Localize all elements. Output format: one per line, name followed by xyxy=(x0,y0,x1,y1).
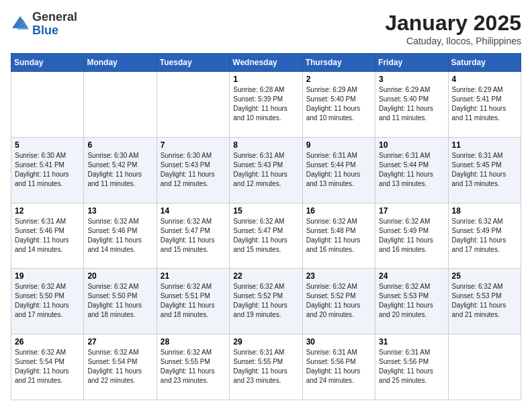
day-number: 14 xyxy=(161,206,226,216)
day-number: 3 xyxy=(379,75,444,84)
table-row: 23Sunrise: 6:32 AMSunset: 5:52 PMDayligh… xyxy=(302,269,375,334)
day-info: Sunrise: 6:29 AMSunset: 5:40 PMDaylight:… xyxy=(379,85,444,123)
logo: General Blue xyxy=(11,11,77,38)
day-number: 2 xyxy=(306,75,371,84)
table-row: 10Sunrise: 6:31 AMSunset: 5:44 PMDayligh… xyxy=(375,137,448,203)
day-number: 9 xyxy=(306,140,371,150)
table-row xyxy=(11,72,84,138)
day-info: Sunrise: 6:31 AMSunset: 5:55 PMDaylight:… xyxy=(233,348,298,385)
table-row xyxy=(448,334,521,400)
table-row: 19Sunrise: 6:32 AMSunset: 5:50 PMDayligh… xyxy=(11,269,84,334)
day-number: 20 xyxy=(87,271,152,281)
logo-text: General Blue xyxy=(32,11,77,38)
day-info: Sunrise: 6:32 AMSunset: 5:54 PMDaylight:… xyxy=(15,348,80,385)
col-monday: Monday xyxy=(84,54,157,72)
day-info: Sunrise: 6:30 AMSunset: 5:41 PMDaylight:… xyxy=(15,151,80,189)
day-number: 24 xyxy=(379,271,444,281)
day-info: Sunrise: 6:32 AMSunset: 5:52 PMDaylight:… xyxy=(306,282,371,320)
table-row: 5Sunrise: 6:30 AMSunset: 5:41 PMDaylight… xyxy=(11,137,84,203)
day-number: 11 xyxy=(452,140,517,150)
day-info: Sunrise: 6:32 AMSunset: 5:53 PMDaylight:… xyxy=(379,282,444,320)
day-info: Sunrise: 6:31 AMSunset: 5:43 PMDaylight:… xyxy=(233,151,298,189)
table-row: 22Sunrise: 6:32 AMSunset: 5:52 PMDayligh… xyxy=(230,269,302,334)
calendar-week-0: 1Sunrise: 6:28 AMSunset: 5:39 PMDaylight… xyxy=(11,72,521,138)
day-number: 27 xyxy=(87,337,152,347)
day-info: Sunrise: 6:32 AMSunset: 5:47 PMDaylight:… xyxy=(233,217,298,255)
page: General Blue January 2025 Catuday, Iloco… xyxy=(0,0,532,411)
day-info: Sunrise: 6:30 AMSunset: 5:43 PMDaylight:… xyxy=(161,151,226,189)
day-number: 30 xyxy=(306,337,371,347)
table-row: 9Sunrise: 6:31 AMSunset: 5:44 PMDaylight… xyxy=(302,137,375,203)
day-info: Sunrise: 6:32 AMSunset: 5:46 PMDaylight:… xyxy=(87,217,152,255)
day-info: Sunrise: 6:32 AMSunset: 5:55 PMDaylight:… xyxy=(161,348,226,385)
table-row: 27Sunrise: 6:32 AMSunset: 5:54 PMDayligh… xyxy=(84,334,157,400)
table-row: 29Sunrise: 6:31 AMSunset: 5:55 PMDayligh… xyxy=(230,334,302,400)
table-row: 16Sunrise: 6:32 AMSunset: 5:48 PMDayligh… xyxy=(302,203,375,269)
location-title: Catuday, Ilocos, Philippines xyxy=(385,36,521,46)
table-row: 1Sunrise: 6:28 AMSunset: 5:39 PMDaylight… xyxy=(230,72,302,138)
table-row: 25Sunrise: 6:32 AMSunset: 5:53 PMDayligh… xyxy=(448,269,521,334)
day-info: Sunrise: 6:29 AMSunset: 5:41 PMDaylight:… xyxy=(452,85,517,123)
table-row: 13Sunrise: 6:32 AMSunset: 5:46 PMDayligh… xyxy=(84,203,157,269)
day-info: Sunrise: 6:32 AMSunset: 5:54 PMDaylight:… xyxy=(87,348,152,385)
day-number: 6 xyxy=(87,140,152,150)
table-row: 4Sunrise: 6:29 AMSunset: 5:41 PMDaylight… xyxy=(448,72,521,138)
day-number: 29 xyxy=(233,337,298,347)
table-row: 24Sunrise: 6:32 AMSunset: 5:53 PMDayligh… xyxy=(375,269,448,334)
day-info: Sunrise: 6:31 AMSunset: 5:56 PMDaylight:… xyxy=(379,348,444,385)
table-row: 6Sunrise: 6:30 AMSunset: 5:42 PMDaylight… xyxy=(84,137,157,203)
day-info: Sunrise: 6:31 AMSunset: 5:44 PMDaylight:… xyxy=(379,151,444,189)
table-row xyxy=(157,72,229,138)
day-number: 10 xyxy=(379,140,444,150)
table-row: 26Sunrise: 6:32 AMSunset: 5:54 PMDayligh… xyxy=(11,334,84,400)
calendar-table: Sunday Monday Tuesday Wednesday Thursday… xyxy=(11,53,521,400)
logo-general: General xyxy=(32,10,77,24)
day-number: 17 xyxy=(379,206,444,216)
day-number: 19 xyxy=(15,271,80,281)
day-number: 8 xyxy=(233,140,298,150)
table-row: 7Sunrise: 6:30 AMSunset: 5:43 PMDaylight… xyxy=(157,137,229,203)
logo-icon xyxy=(11,15,30,34)
day-info: Sunrise: 6:32 AMSunset: 5:50 PMDaylight:… xyxy=(15,282,80,320)
day-info: Sunrise: 6:29 AMSunset: 5:40 PMDaylight:… xyxy=(306,85,371,123)
table-row: 21Sunrise: 6:32 AMSunset: 5:51 PMDayligh… xyxy=(157,269,229,334)
logo-blue: Blue xyxy=(32,24,58,37)
table-row: 31Sunrise: 6:31 AMSunset: 5:56 PMDayligh… xyxy=(375,334,448,400)
day-info: Sunrise: 6:32 AMSunset: 5:49 PMDaylight:… xyxy=(379,217,444,255)
col-wednesday: Wednesday xyxy=(230,54,302,72)
day-info: Sunrise: 6:30 AMSunset: 5:42 PMDaylight:… xyxy=(87,151,152,189)
month-title: January 2025 xyxy=(385,11,521,36)
calendar-week-3: 19Sunrise: 6:32 AMSunset: 5:50 PMDayligh… xyxy=(11,269,521,334)
calendar-header-row: Sunday Monday Tuesday Wednesday Thursday… xyxy=(11,54,521,72)
col-friday: Friday xyxy=(375,54,448,72)
day-number: 25 xyxy=(452,271,517,281)
table-row: 11Sunrise: 6:31 AMSunset: 5:45 PMDayligh… xyxy=(448,137,521,203)
table-row: 12Sunrise: 6:31 AMSunset: 5:46 PMDayligh… xyxy=(11,203,84,269)
day-info: Sunrise: 6:32 AMSunset: 5:47 PMDaylight:… xyxy=(161,217,226,255)
day-number: 16 xyxy=(306,206,371,216)
day-number: 15 xyxy=(233,206,298,216)
calendar-week-4: 26Sunrise: 6:32 AMSunset: 5:54 PMDayligh… xyxy=(11,334,521,400)
day-number: 31 xyxy=(379,337,444,347)
day-number: 13 xyxy=(87,206,152,216)
day-info: Sunrise: 6:32 AMSunset: 5:51 PMDaylight:… xyxy=(161,282,226,320)
day-info: Sunrise: 6:32 AMSunset: 5:53 PMDaylight:… xyxy=(452,282,517,320)
table-row: 2Sunrise: 6:29 AMSunset: 5:40 PMDaylight… xyxy=(302,72,375,138)
day-number: 4 xyxy=(452,75,517,84)
table-row xyxy=(84,72,157,138)
day-number: 7 xyxy=(161,140,226,150)
table-row: 14Sunrise: 6:32 AMSunset: 5:47 PMDayligh… xyxy=(157,203,229,269)
day-number: 22 xyxy=(233,271,298,281)
table-row: 20Sunrise: 6:32 AMSunset: 5:50 PMDayligh… xyxy=(84,269,157,334)
table-row: 28Sunrise: 6:32 AMSunset: 5:55 PMDayligh… xyxy=(157,334,229,400)
title-block: January 2025 Catuday, Ilocos, Philippine… xyxy=(385,11,521,46)
day-number: 5 xyxy=(15,140,80,150)
day-info: Sunrise: 6:31 AMSunset: 5:46 PMDaylight:… xyxy=(15,217,80,255)
day-number: 18 xyxy=(452,206,517,216)
day-info: Sunrise: 6:28 AMSunset: 5:39 PMDaylight:… xyxy=(233,85,298,123)
day-info: Sunrise: 6:31 AMSunset: 5:56 PMDaylight:… xyxy=(306,348,371,385)
table-row: 30Sunrise: 6:31 AMSunset: 5:56 PMDayligh… xyxy=(302,334,375,400)
table-row: 8Sunrise: 6:31 AMSunset: 5:43 PMDaylight… xyxy=(230,137,302,203)
day-info: Sunrise: 6:32 AMSunset: 5:52 PMDaylight:… xyxy=(233,282,298,320)
col-thursday: Thursday xyxy=(302,54,375,72)
